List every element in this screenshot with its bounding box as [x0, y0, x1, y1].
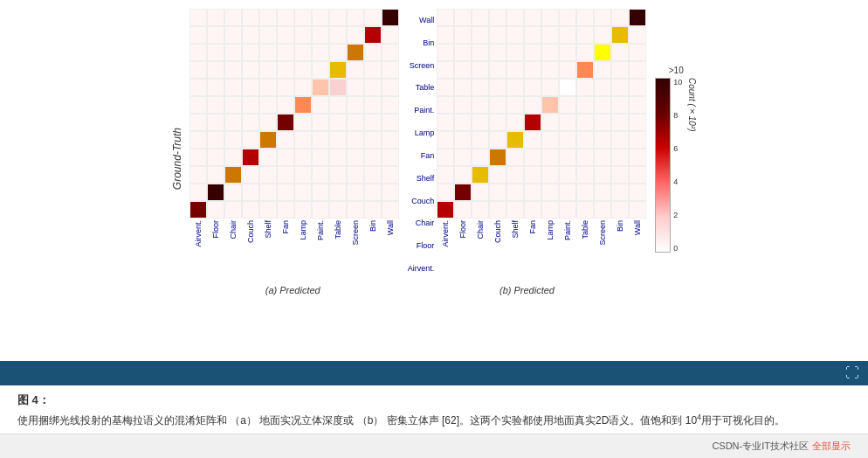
- matrix-cell: [347, 166, 364, 184]
- x-label: Screen: [598, 220, 607, 246]
- matrix-cell: [347, 149, 364, 166]
- matrix-cell: [576, 44, 594, 61]
- matrix-cell: [242, 44, 259, 61]
- matrix-cell: [506, 184, 524, 201]
- matrix-cell: [277, 61, 294, 79]
- matrix-cell: [207, 96, 224, 114]
- matrix-cell: [347, 184, 364, 201]
- matrix-cell: [364, 9, 382, 26]
- matrix-cell: [294, 9, 312, 26]
- caption-text-end: 用于可视化目的。: [701, 414, 785, 427]
- x-label-wrapper: Couch: [489, 220, 506, 281]
- x-label: Lamp: [546, 220, 555, 240]
- matrix-cell: [259, 184, 277, 201]
- matrix-cell: [382, 44, 399, 61]
- matrix-cell: [576, 114, 594, 131]
- matrix-cell: [224, 149, 242, 166]
- matrix-cell: [224, 131, 242, 149]
- matrix-cell: [594, 44, 611, 61]
- footer-bar: CSDN-专业IT技术社区 全部显示: [0, 434, 868, 458]
- matrix-cell: [382, 114, 399, 131]
- matrix-cell: [541, 201, 559, 219]
- matrix-cell: [472, 61, 489, 79]
- matrix-cell: [559, 201, 576, 219]
- matrix-b-title: (b) Predicted: [499, 285, 555, 295]
- matrix-cell: [489, 26, 506, 44]
- matrix-cell: [224, 61, 242, 79]
- matrix-cell: [541, 79, 559, 96]
- colorbar-tick: 4: [673, 177, 682, 186]
- matrix-cell: [329, 166, 347, 184]
- y-label: Lamp: [408, 124, 435, 142]
- matrix-cell: [224, 44, 242, 61]
- matrix-cell: [277, 166, 294, 184]
- matrix-cell: [454, 131, 472, 149]
- x-label: Table: [334, 220, 342, 239]
- matrix-cell: [472, 44, 489, 61]
- matrix-cell: [489, 44, 506, 61]
- colorbar-top-label: >10: [669, 66, 684, 75]
- matrix-cell: [454, 79, 472, 96]
- matrix-cell: [347, 96, 364, 114]
- matrix-b-grid: [437, 9, 646, 219]
- y-label: Bin: [408, 34, 435, 52]
- colorbar-tick: 10: [673, 78, 682, 87]
- matrix-cell: [259, 44, 277, 61]
- matrix-cell: [472, 9, 489, 26]
- matrix-cell: [242, 201, 259, 219]
- caption-text-main: 使用捆绑光线投射的基梅拉语义的混淆矩阵和 （a） 地面实况立体深度或 （b） 密…: [17, 414, 697, 427]
- matrix-cell: [437, 184, 454, 201]
- matrix-cell: [524, 96, 541, 114]
- footer-text: CSDN-专业IT技术社区: [712, 440, 809, 453]
- matrix-cell: [259, 96, 277, 114]
- x-label-wrapper: Table: [329, 220, 347, 281]
- matrix-cell: [611, 166, 629, 184]
- matrix-cell: [489, 201, 506, 219]
- matrix-cell: [364, 61, 382, 79]
- matrix-cell: [541, 96, 559, 114]
- matrix-cell: [629, 131, 646, 149]
- colorbar-tick: 8: [673, 111, 682, 120]
- footer-link[interactable]: 全部显示: [812, 440, 851, 453]
- matrix-cell: [454, 114, 472, 131]
- matrix-cell: [364, 184, 382, 201]
- matrix-cell: [594, 9, 611, 26]
- matrix-cell: [472, 184, 489, 201]
- matrix-cell: [224, 9, 242, 26]
- matrix-b-with-labels: WallBinScreenTablePaint.LampFanShelfCouc…: [408, 9, 647, 281]
- matrix-cell: [189, 61, 207, 79]
- matrix-cell: [506, 131, 524, 149]
- matrix-cell: [329, 114, 347, 131]
- matrix-cell: [294, 79, 312, 96]
- matrix-cell: [329, 61, 347, 79]
- matrix-cell: [594, 114, 611, 131]
- x-label: Airvent.: [441, 220, 450, 247]
- matrix-cell: [294, 184, 312, 201]
- matrix-cell: [189, 79, 207, 96]
- matrix-cell: [611, 9, 629, 26]
- matrix-cell: [576, 9, 594, 26]
- x-label: Floor: [458, 220, 467, 239]
- matrix-cell: [559, 114, 576, 131]
- matrix-cell: [629, 44, 646, 61]
- matrix-cell: [224, 26, 242, 44]
- matrix-cell: [382, 201, 399, 219]
- x-label-wrapper: Table: [576, 220, 594, 281]
- matrix-cell: [611, 79, 629, 96]
- matrix-cell: [594, 61, 611, 79]
- matrix-cell: [294, 26, 312, 44]
- matrix-cell: [454, 201, 472, 219]
- fullscreen-icon[interactable]: ⛶: [845, 365, 859, 381]
- matrix-cell: [189, 44, 207, 61]
- matrix-cell: [629, 79, 646, 96]
- matrix-cell: [541, 166, 559, 184]
- matrix-cell: [611, 26, 629, 44]
- matrix-cell: [506, 201, 524, 219]
- matrix-cell: [259, 131, 277, 149]
- chart-wrapper: Ground-Truth Airvent.FloorChairCouchShel…: [17, 9, 851, 361]
- x-label-wrapper: Fan: [277, 220, 294, 281]
- matrix-cell: [207, 166, 224, 184]
- x-label: Fan: [281, 220, 290, 234]
- matrix-cell: [329, 79, 347, 96]
- matrix-cell: [594, 96, 611, 114]
